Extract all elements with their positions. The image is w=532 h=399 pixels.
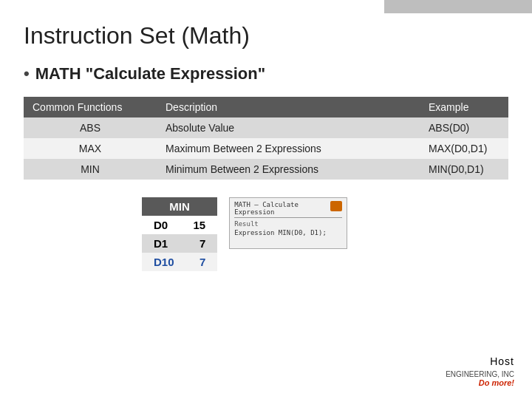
screenshot-expression: Expression MIN(D0, D1); bbox=[234, 229, 342, 236]
cell-func: MIN bbox=[24, 159, 157, 180]
min-row-value: 7 bbox=[186, 234, 218, 253]
cell-desc: Minimum Between 2 Expressions bbox=[157, 159, 420, 180]
subtitle-text: MATH "Calculate Expression" bbox=[35, 64, 265, 83]
table-header-row: Common Functions Description Example bbox=[24, 97, 508, 117]
min-table-row: D1 7 bbox=[142, 234, 217, 253]
cell-example: MAX(D0,D1) bbox=[420, 138, 508, 159]
demo-section: MIN D0 15 D1 7 D10 7 MATH — Calculate Ex… bbox=[142, 197, 508, 271]
subtitle: • MATH "Calculate Expression" bbox=[24, 64, 508, 83]
min-row-label: D10 bbox=[142, 253, 186, 271]
cell-desc: Absolute Value bbox=[157, 117, 420, 138]
functions-table: Common Functions Description Example ABS… bbox=[24, 97, 508, 180]
cell-example: MIN(D0,D1) bbox=[420, 159, 508, 180]
min-row-label: D0 bbox=[142, 216, 186, 234]
col-header-example: Example bbox=[420, 97, 508, 117]
min-table-row: D0 15 bbox=[142, 216, 217, 234]
bullet-point: • bbox=[24, 64, 30, 83]
min-row-value: 7 bbox=[186, 253, 218, 271]
cell-example: ABS(D0) bbox=[420, 117, 508, 138]
min-table-header: MIN bbox=[142, 197, 217, 216]
screenshot-result-label: Result bbox=[234, 220, 342, 228]
table-row: MIN Minimum Between 2 Expressions MIN(D0… bbox=[24, 159, 508, 180]
col-header-functions: Common Functions bbox=[24, 97, 157, 117]
host-text: Host bbox=[490, 355, 514, 367]
page-title: Instruction Set (Math) bbox=[24, 22, 508, 50]
min-demo-table: MIN D0 15 D1 7 D10 7 bbox=[142, 197, 217, 271]
screenshot-title: MATH — Calculate Expression bbox=[234, 201, 342, 218]
cell-func: ABS bbox=[24, 117, 157, 138]
min-row-value: 15 bbox=[186, 216, 218, 234]
min-table-row: D10 7 bbox=[142, 253, 217, 271]
table-row: MAX Maximum Between 2 Expressions MAX(D0… bbox=[24, 138, 508, 159]
screenshot-icon bbox=[330, 201, 342, 211]
cell-desc: Maximum Between 2 Expressions bbox=[157, 138, 420, 159]
min-header-label: MIN bbox=[142, 197, 217, 216]
logo-area: Host ENGINEERING, INC Do more! bbox=[446, 347, 514, 387]
do-more-text: Do more! bbox=[479, 378, 514, 387]
cell-func: MAX bbox=[24, 138, 157, 159]
top-decorative-bar bbox=[384, 0, 532, 13]
min-row-label: D1 bbox=[142, 234, 186, 253]
col-header-description: Description bbox=[157, 97, 420, 117]
host-logo: Host bbox=[490, 347, 514, 370]
table-row: ABS Absolute Value ABS(D0) bbox=[24, 117, 508, 138]
engineering-text: ENGINEERING, INC bbox=[446, 370, 514, 378]
screenshot-snippet: MATH — Calculate Expression Result Expre… bbox=[229, 197, 347, 249]
